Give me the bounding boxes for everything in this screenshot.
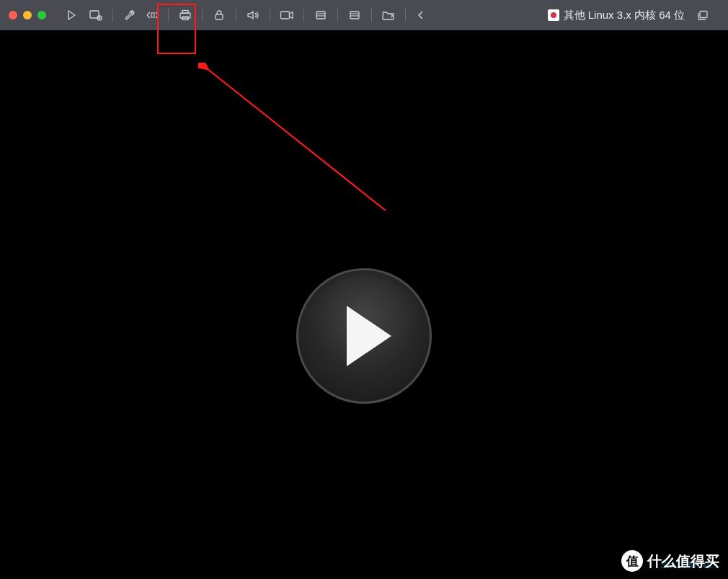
svg-rect-6 [216,14,223,19]
toolbar-separator [337,9,338,22]
vm-os-icon [548,9,559,21]
vm-content-area: SMZDM.NET 值 什么值得买 [0,30,728,579]
svg-rect-11 [350,12,359,19]
stack-icon [697,10,709,20]
printer-icon [179,9,192,21]
camera-button[interactable] [275,5,299,25]
toolbar-separator [236,9,236,22]
toolbar-separator [371,9,372,22]
vm-title: 其他 Linux 3.x 内核 64 位 [548,9,685,22]
svg-rect-4 [182,11,188,14]
traffic-lights [9,11,46,19]
annotation-arrow [198,63,400,221]
chevron-left-icon [417,10,425,20]
play-icon [66,10,76,20]
svg-rect-7 [281,12,290,19]
lock-icon [213,9,225,21]
vm-power-on-button[interactable] [296,268,432,404]
watermark-text: 什么值得买 [647,552,719,571]
wrench-icon [123,9,136,22]
hard-disk-button-1[interactable] [308,5,333,25]
svg-rect-14 [700,12,707,18]
close-window-button[interactable] [9,11,17,19]
svg-rect-2 [151,13,154,17]
minimize-window-button[interactable] [23,11,32,19]
toolbar-separator [112,9,113,22]
play-button[interactable] [59,5,84,25]
disk-icon [315,10,327,20]
vm-title-text: 其他 Linux 3.x 内核 64 位 [564,9,685,22]
watermark: 值 什么值得买 [621,550,719,572]
watermark-badge: 值 [621,550,643,572]
toolbar-separator [303,9,304,22]
sound-icon [247,10,259,20]
encryption-button[interactable] [207,5,231,25]
snapshot-button[interactable] [84,5,108,25]
resize-icon [146,11,160,19]
settings-button[interactable] [117,5,142,25]
toolbar-icon-group [59,5,432,25]
toolbar-separator [270,9,270,22]
toolbar-separator [405,9,406,22]
svg-line-15 [207,68,386,211]
view-all-windows-button[interactable] [691,5,715,25]
folder-share-icon [382,10,395,20]
window-toolbar: 其他 Linux 3.x 内核 64 位 [0,0,728,30]
resize-view-button[interactable] [142,5,164,25]
disk-icon [349,10,360,20]
hard-disk-button-2[interactable] [342,5,367,25]
toolbar-right-group [691,5,715,25]
snapshot-icon [89,9,102,21]
printer-button[interactable] [173,5,197,25]
toolbar-separator [202,9,203,22]
sound-button[interactable] [241,5,265,25]
svg-rect-8 [316,12,325,19]
toolbar-separator [168,9,169,22]
maximize-window-button[interactable] [37,11,46,19]
play-icon [347,306,391,366]
back-button[interactable] [410,5,432,25]
shared-folder-button[interactable] [376,5,401,25]
camera-icon [280,10,294,20]
